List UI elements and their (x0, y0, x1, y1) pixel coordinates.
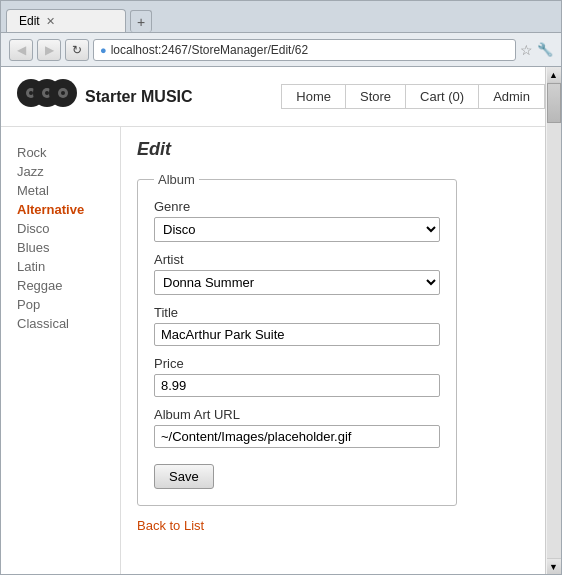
scrollbar-down-button[interactable]: ▼ (547, 558, 561, 574)
browser-window: Edit ✕ + ◀ ▶ ↻ ● localhost:2467/StoreMan… (0, 0, 562, 575)
address-bar[interactable]: ● localhost:2467/StoreManager/Edit/62 (93, 39, 516, 61)
album-fieldset: Album Genre Rock Jazz Metal Alternative … (137, 172, 457, 506)
scrollbar-thumb[interactable] (547, 83, 561, 123)
title-group: Title (154, 305, 440, 346)
sidebar-item-jazz[interactable]: Jazz (17, 162, 104, 181)
genre-group: Genre Rock Jazz Metal Alternative Disco … (154, 199, 440, 242)
top-nav-links: Home Store Cart (0) Admin (281, 84, 545, 109)
settings-icon[interactable]: 🔧 (537, 42, 553, 57)
nav-store[interactable]: Store (345, 84, 405, 109)
price-group: Price (154, 356, 440, 397)
album-art-label: Album Art URL (154, 407, 440, 422)
sidebar-item-classical[interactable]: Classical (17, 314, 104, 333)
svg-point-2 (29, 91, 33, 95)
scrollbar: ▲ ▼ (545, 67, 561, 574)
main-layout: Rock Jazz Metal Alternative Disco Blues … (1, 127, 561, 574)
scrollbar-up-button[interactable]: ▲ (547, 67, 561, 83)
sidebar-item-latin[interactable]: Latin (17, 257, 104, 276)
nav-admin[interactable]: Admin (478, 84, 545, 109)
tab-bar: Edit ✕ + (1, 1, 561, 33)
top-nav: Starter MUSIC Home Store Cart (0) Admin (1, 67, 561, 127)
sidebar-item-alternative[interactable]: Alternative (17, 200, 104, 219)
sidebar-item-disco[interactable]: Disco (17, 219, 104, 238)
tab-close-icon[interactable]: ✕ (46, 15, 55, 28)
browser-tab[interactable]: Edit ✕ (6, 9, 126, 32)
reload-button[interactable]: ↻ (65, 39, 89, 61)
sidebar-item-pop[interactable]: Pop (17, 295, 104, 314)
sidebar-item-metal[interactable]: Metal (17, 181, 104, 200)
nav-cart[interactable]: Cart (0) (405, 84, 478, 109)
site-logo: Starter MUSIC (17, 75, 193, 118)
nav-home[interactable]: Home (281, 84, 345, 109)
svg-point-8 (61, 91, 65, 95)
sidebar-item-rock[interactable]: Rock (17, 143, 104, 162)
album-art-input[interactable] (154, 425, 440, 448)
forward-button[interactable]: ▶ (37, 39, 61, 61)
title-label: Title (154, 305, 440, 320)
genre-label: Genre (154, 199, 440, 214)
back-button[interactable]: ◀ (9, 39, 33, 61)
back-to-list-link[interactable]: Back to List (137, 518, 545, 533)
page-content: Starter MUSIC Home Store Cart (0) Admin … (1, 67, 561, 574)
price-input[interactable] (154, 374, 440, 397)
price-label: Price (154, 356, 440, 371)
page-title: Edit (137, 139, 545, 160)
artist-group: Artist Donna Summer Other Artist (154, 252, 440, 295)
site-title: Starter MUSIC (85, 88, 193, 106)
sidebar: Rock Jazz Metal Alternative Disco Blues … (1, 127, 121, 574)
new-tab-button[interactable]: + (130, 10, 152, 32)
logo-icon (17, 75, 77, 118)
address-url: localhost:2467/StoreManager/Edit/62 (111, 43, 509, 57)
genre-select[interactable]: Rock Jazz Metal Alternative Disco Blues … (154, 217, 440, 242)
save-button[interactable]: Save (154, 464, 214, 489)
sidebar-item-blues[interactable]: Blues (17, 238, 104, 257)
title-input[interactable] (154, 323, 440, 346)
content-area: Edit Album Genre Rock Jazz Metal Alterna… (121, 127, 561, 574)
svg-point-5 (45, 91, 49, 95)
album-legend: Album (154, 172, 199, 187)
sidebar-item-reggae[interactable]: Reggae (17, 276, 104, 295)
artist-label: Artist (154, 252, 440, 267)
scrollbar-track (547, 83, 561, 558)
album-art-group: Album Art URL (154, 407, 440, 448)
nav-bar: ◀ ▶ ↻ ● localhost:2467/StoreManager/Edit… (1, 33, 561, 67)
tab-label: Edit (19, 14, 40, 28)
address-icon: ● (100, 44, 107, 56)
bookmark-icon[interactable]: ☆ (520, 42, 533, 58)
artist-select[interactable]: Donna Summer Other Artist (154, 270, 440, 295)
